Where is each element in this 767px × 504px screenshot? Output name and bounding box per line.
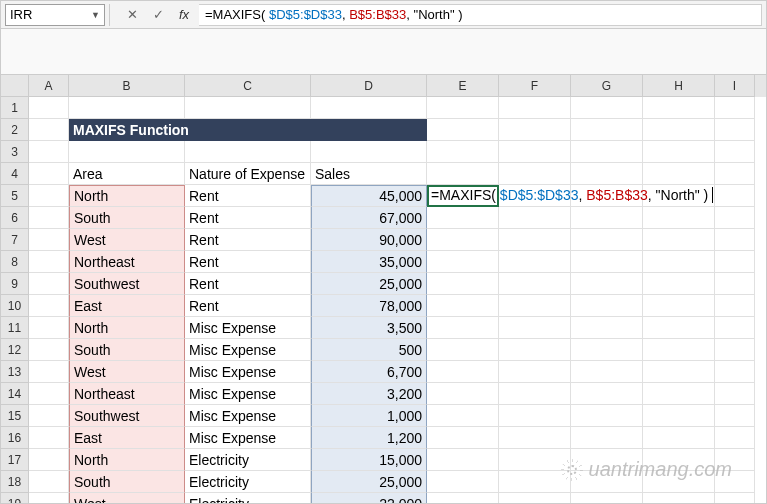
cell[interactable]: =MAXIFS( $D$5:$D$33, B$5:B$33, "North" ) — [427, 185, 499, 207]
cell[interactable] — [29, 383, 69, 405]
cell-area[interactable]: South — [69, 471, 185, 493]
cell[interactable] — [715, 427, 755, 449]
cell-nature[interactable]: Misc Expense — [185, 383, 311, 405]
cell[interactable] — [571, 295, 643, 317]
cell-sales[interactable]: 1,200 — [311, 427, 427, 449]
cell[interactable] — [715, 229, 755, 251]
cell[interactable] — [715, 339, 755, 361]
cell[interactable] — [571, 449, 643, 471]
cell[interactable] — [29, 163, 69, 185]
cell-area[interactable]: South — [69, 339, 185, 361]
cell[interactable] — [29, 449, 69, 471]
cell[interactable] — [499, 97, 571, 119]
cell[interactable] — [571, 383, 643, 405]
cell[interactable] — [427, 427, 499, 449]
cell-sales[interactable]: 25,000 — [311, 471, 427, 493]
cell[interactable] — [499, 141, 571, 163]
cell-nature[interactable]: Misc Expense — [185, 339, 311, 361]
cell-area[interactable]: West — [69, 493, 185, 503]
cell[interactable] — [427, 295, 499, 317]
cell[interactable] — [427, 163, 499, 185]
cell[interactable] — [643, 97, 715, 119]
col-header[interactable]: E — [427, 75, 499, 97]
cell[interactable] — [29, 273, 69, 295]
cell-sales[interactable]: 3,500 — [311, 317, 427, 339]
cell-nature[interactable]: Rent — [185, 185, 311, 207]
cell[interactable] — [643, 295, 715, 317]
cell[interactable] — [643, 163, 715, 185]
cell[interactable] — [311, 97, 427, 119]
cell-sales[interactable]: 25,000 — [311, 273, 427, 295]
cell[interactable] — [571, 119, 643, 141]
cell[interactable] — [499, 383, 571, 405]
cell[interactable] — [427, 361, 499, 383]
confirm-icon[interactable]: ✓ — [147, 4, 169, 26]
cell[interactable] — [715, 163, 755, 185]
cell[interactable] — [29, 97, 69, 119]
cell[interactable] — [571, 471, 643, 493]
cell[interactable] — [571, 207, 643, 229]
cell-sales[interactable]: 90,000 — [311, 229, 427, 251]
cell[interactable] — [499, 427, 571, 449]
cell-area[interactable]: Southwest — [69, 273, 185, 295]
cell[interactable] — [499, 317, 571, 339]
cell[interactable] — [643, 339, 715, 361]
header-area[interactable]: Area — [69, 163, 185, 185]
cell[interactable] — [427, 449, 499, 471]
cell[interactable] — [715, 493, 755, 503]
cell[interactable] — [427, 383, 499, 405]
row-header[interactable]: 9 — [1, 273, 29, 295]
cell-nature[interactable]: Rent — [185, 207, 311, 229]
cell-area[interactable]: Northeast — [69, 383, 185, 405]
cell[interactable] — [29, 185, 69, 207]
cell[interactable] — [185, 141, 311, 163]
row-header[interactable]: 11 — [1, 317, 29, 339]
cell[interactable] — [571, 493, 643, 503]
cell[interactable] — [715, 383, 755, 405]
cell-title[interactable]: MAXIFS Function — [69, 119, 185, 141]
cell[interactable] — [427, 97, 499, 119]
cell[interactable] — [571, 273, 643, 295]
cell[interactable] — [715, 207, 755, 229]
cell[interactable] — [29, 339, 69, 361]
cell-area[interactable]: West — [69, 229, 185, 251]
cell[interactable] — [571, 163, 643, 185]
cell[interactable] — [427, 251, 499, 273]
cell-nature[interactable]: Rent — [185, 273, 311, 295]
cell[interactable] — [643, 251, 715, 273]
cell-area[interactable]: North — [69, 449, 185, 471]
cell[interactable] — [499, 207, 571, 229]
cell[interactable] — [427, 273, 499, 295]
cell-area[interactable]: West — [69, 361, 185, 383]
cell-nature[interactable]: Electricity — [185, 493, 311, 503]
cell[interactable] — [29, 361, 69, 383]
cell[interactable] — [571, 427, 643, 449]
cell[interactable] — [643, 361, 715, 383]
cell-area[interactable]: East — [69, 427, 185, 449]
cell[interactable] — [643, 449, 715, 471]
row-header[interactable]: 1 — [1, 97, 29, 119]
cell[interactable] — [715, 251, 755, 273]
cell[interactable] — [29, 405, 69, 427]
select-all-corner[interactable] — [1, 75, 29, 97]
cell[interactable] — [311, 141, 427, 163]
cell[interactable] — [643, 141, 715, 163]
cell-area[interactable]: South — [69, 207, 185, 229]
cell[interactable] — [499, 471, 571, 493]
cell[interactable] — [715, 317, 755, 339]
cell[interactable] — [643, 207, 715, 229]
cell[interactable] — [427, 493, 499, 503]
cell[interactable] — [29, 317, 69, 339]
row-header[interactable]: 15 — [1, 405, 29, 427]
row-header[interactable]: 18 — [1, 471, 29, 493]
col-header[interactable]: G — [571, 75, 643, 97]
cell[interactable] — [571, 361, 643, 383]
cell[interactable] — [715, 405, 755, 427]
cell[interactable] — [499, 449, 571, 471]
cell[interactable] — [715, 273, 755, 295]
cell-nature[interactable]: Rent — [185, 295, 311, 317]
cell[interactable] — [499, 273, 571, 295]
row-header[interactable]: 12 — [1, 339, 29, 361]
cell-sales[interactable]: 78,000 — [311, 295, 427, 317]
cell[interactable] — [715, 141, 755, 163]
